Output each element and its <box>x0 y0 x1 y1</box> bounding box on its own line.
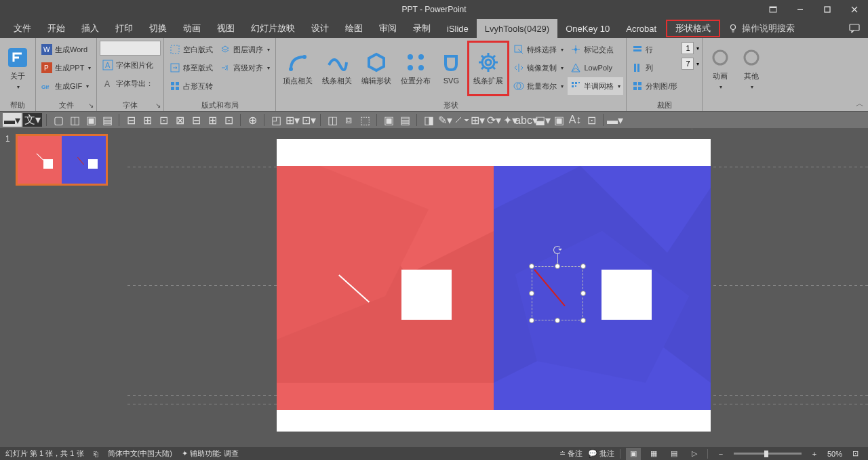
tab-review[interactable]: 审阅 <box>371 19 405 38</box>
close-icon[interactable] <box>841 0 868 19</box>
qat-btn-24[interactable]: ⊞▾ <box>470 113 485 127</box>
tab-file[interactable]: 文件 <box>5 19 39 38</box>
tab-print[interactable]: 打印 <box>107 19 141 38</box>
tab-acrobat[interactable]: Acrobat <box>618 19 665 38</box>
qat-btn-9[interactable]: ⊟ <box>189 113 203 127</box>
comments-toggle-icon[interactable] <box>841 19 868 38</box>
resize-handle-ne[interactable] <box>580 264 586 269</box>
qat-btn-10[interactable]: ⊞ <box>205 113 220 127</box>
resize-handle-w[interactable] <box>529 291 534 296</box>
qat-btn-31[interactable]: ⊡ <box>584 113 599 127</box>
rows-input[interactable] <box>682 42 694 54</box>
zoom-level[interactable]: 50% <box>827 450 842 458</box>
layer-order-button[interactable]: 图层调序▾ <box>217 41 273 58</box>
qat-btn-7[interactable]: ⊡ <box>156 113 171 127</box>
text-color-button[interactable]: 文▾ <box>23 113 42 127</box>
language-status[interactable]: 简体中文(中国大陆) <box>108 448 172 459</box>
comments-button[interactable]: 💬 批注 <box>588 448 614 459</box>
resize-handle-nw[interactable] <box>529 264 534 269</box>
batch-bool-button[interactable]: 批量布尔▾ <box>511 77 566 95</box>
gen-ppt-button[interactable]: P生成PPT▾ <box>39 59 94 77</box>
tab-onekey[interactable]: OneKey 10 <box>557 19 618 38</box>
tab-slideshow[interactable]: 幻灯片放映 <box>243 19 303 38</box>
qat-btn-29[interactable]: ▣ <box>551 113 566 127</box>
zoom-in-icon[interactable]: + <box>807 448 822 460</box>
qat-btn-5[interactable]: ⊟ <box>123 113 138 127</box>
adv-align-button[interactable]: 高级对齐▾ <box>217 59 273 77</box>
cols-input[interactable] <box>682 58 694 70</box>
vertex-button[interactable]: 顶点相关 <box>279 41 317 96</box>
qat-btn-8[interactable]: ⊠ <box>172 113 187 127</box>
distribute-button[interactable]: 位置分布 <box>397 41 435 96</box>
special-select-button[interactable]: 特殊选择▾ <box>511 41 566 58</box>
line-button[interactable]: 线条相关 <box>318 41 356 96</box>
zoom-out-icon[interactable]: − <box>713 448 728 460</box>
line-expand-button[interactable]: 线条扩展 <box>467 41 509 96</box>
lowpoly-button[interactable]: LowPoly <box>568 59 623 77</box>
qat-btn-28[interactable]: ⬓▾ <box>535 113 550 127</box>
tab-lvyhtools[interactable]: LvyhTools(0429) <box>477 19 557 38</box>
tab-islide[interactable]: iSlide <box>439 19 477 38</box>
resize-handle-sw[interactable] <box>529 318 534 323</box>
blank-layout-button[interactable]: 空白版式 <box>167 41 216 58</box>
qat-btn-17[interactable]: ⧈ <box>341 113 356 127</box>
tab-record[interactable]: 录制 <box>405 19 439 38</box>
resize-handle-n[interactable] <box>555 264 560 269</box>
spellcheck-icon[interactable]: ⎗ <box>94 450 98 458</box>
qat-btn-30[interactable]: A↕ <box>568 113 583 127</box>
qat-btn-20[interactable]: ▤ <box>397 113 412 127</box>
mirror-copy-button[interactable]: 镜像复制▾ <box>511 59 566 77</box>
qat-btn-2[interactable]: ◫ <box>67 113 82 127</box>
gen-word-button[interactable]: W生成Word <box>39 41 94 58</box>
qat-btn-3[interactable]: ▣ <box>83 113 98 127</box>
font-export-button[interactable]: A字体导出： <box>100 75 161 92</box>
qat-btn-16[interactable]: ◫ <box>325 113 340 127</box>
notes-button[interactable]: ≐ 备注 <box>559 448 583 459</box>
qat-btn-21[interactable]: ◨ <box>421 113 436 127</box>
svg-button[interactable]: SVG <box>436 41 466 96</box>
resize-handle-s[interactable] <box>555 318 560 323</box>
tab-home[interactable]: 开始 <box>39 19 73 38</box>
rotate-handle[interactable] <box>553 246 561 254</box>
tab-animation[interactable]: 动画 <box>175 19 209 38</box>
cols-button[interactable]: 列 <box>629 59 680 77</box>
about-button[interactable]: 关于 ▾ <box>3 41 33 96</box>
font-select[interactable] <box>100 41 161 56</box>
mark-intersect-button[interactable]: 标记交点 <box>568 41 623 58</box>
tab-shape-format[interactable]: 形状格式 <box>666 20 720 37</box>
qat-btn-6[interactable]: ⊞ <box>140 113 155 127</box>
minimize-icon[interactable] <box>787 0 814 19</box>
fit-view-icon[interactable]: ⊡ <box>848 448 863 460</box>
selected-shape[interactable] <box>532 266 583 320</box>
rows-button[interactable]: 行 <box>629 41 680 58</box>
qat-btn-19[interactable]: ▣ <box>381 113 396 127</box>
white-square-left[interactable] <box>401 270 452 320</box>
qat-btn-27[interactable]: abc▾ <box>519 113 534 127</box>
qat-btn-15[interactable]: ⊡▾ <box>301 113 316 127</box>
color-fill-button[interactable]: ▬▾ <box>3 113 22 127</box>
normal-view-icon[interactable]: ▣ <box>626 448 641 460</box>
sorter-view-icon[interactable]: ▦ <box>646 448 661 460</box>
qat-btn-25[interactable]: ⟳▾ <box>486 113 501 127</box>
tab-transition[interactable]: 切换 <box>141 19 175 38</box>
qat-btn-4[interactable]: ▤ <box>100 113 115 127</box>
tab-view[interactable]: 视图 <box>209 19 243 38</box>
tab-design[interactable]: 设计 <box>303 19 337 38</box>
slide-thumbnail[interactable]: 1 <box>5 134 122 186</box>
slideshow-view-icon[interactable]: ▷ <box>687 448 702 460</box>
tab-insert[interactable]: 插入 <box>73 19 107 38</box>
resize-handle-e[interactable] <box>580 291 586 296</box>
font-pictify-button[interactable]: A字体图片化 <box>100 56 161 74</box>
qat-btn-22[interactable]: ✎▾ <box>437 113 452 127</box>
occupy-button[interactable]: 占形互转 <box>167 77 216 95</box>
gen-gif-button[interactable]: Gif生成GIF▾ <box>39 77 94 95</box>
qat-btn-14[interactable]: ⊞▾ <box>285 113 300 127</box>
slide-canvas[interactable] <box>277 139 711 432</box>
qat-btn-32[interactable]: ▬▾ <box>608 113 623 127</box>
halftone-grid-button[interactable]: 半调网格▾ <box>568 77 623 95</box>
accessibility-status[interactable]: ✦ 辅助功能: 调查 <box>182 448 239 459</box>
split-button[interactable]: 分割图/形 <box>629 77 680 95</box>
zoom-slider[interactable] <box>734 453 802 455</box>
qat-btn-11[interactable]: ⊡ <box>221 113 236 127</box>
qat-btn-23[interactable]: ⟋▾ <box>454 113 469 127</box>
